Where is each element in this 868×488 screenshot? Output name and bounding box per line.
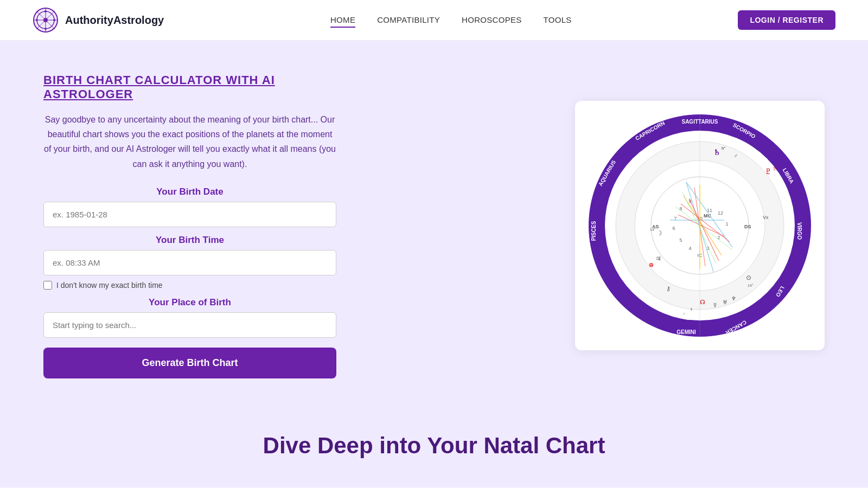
svg-text:☽: ☽ (656, 229, 662, 237)
svg-text:♇: ♇ (765, 167, 772, 176)
svg-text:☿: ☿ (713, 302, 717, 308)
logo[interactable]: AuthorityAstrology (33, 7, 164, 33)
hero-section: BIRTH CHART CALCULATOR WITH AI ASTROLOGE… (0, 41, 868, 411)
hero-form-area: BIRTH CHART CALCULATOR WITH AI ASTROLOGE… (43, 73, 336, 378)
svg-text:6: 6 (672, 226, 675, 231)
bottom-title: Dive Deep into Your Natal Chart (43, 433, 825, 459)
logo-icon (33, 7, 59, 33)
svg-text:♄: ♄ (713, 148, 720, 157)
birth-place-label: Your Place of Birth (43, 297, 336, 308)
svg-text:♀: ♀ (689, 306, 693, 312)
svg-text:ℬ: ℬ (773, 166, 776, 171)
nav-link-horoscopes[interactable]: HOROSCOPES (462, 15, 522, 28)
nav-link-home[interactable]: HOME (330, 15, 355, 28)
svg-text:5: 5 (679, 237, 682, 243)
birth-date-input[interactable] (43, 202, 336, 227)
svg-text:GEMINI: GEMINI (676, 329, 696, 335)
svg-text:1: 1 (725, 221, 728, 227)
svg-point-6 (43, 18, 48, 22)
svg-text:DS: DS (744, 224, 751, 229)
generate-birth-chart-button[interactable]: Generate Birth Chart (43, 348, 336, 378)
nav-link-compatibility[interactable]: COMPATIBILITY (377, 15, 440, 28)
bottom-section: Dive Deep into Your Natal Chart (0, 411, 868, 487)
hero-title: BIRTH CHART CALCULATOR WITH AI ASTROLOGE… (43, 73, 336, 101)
nav-links: HOME COMPATIBILITY HOROSCOPES TOOLS (330, 15, 572, 25)
unknown-time-label: I don't know my exact birth time (56, 281, 163, 290)
nav-item-tools[interactable]: TOOLS (544, 15, 572, 25)
svg-text:12: 12 (718, 210, 723, 216)
birth-date-label: Your Birth Date (43, 187, 336, 197)
svg-text:♂: ♂ (733, 152, 738, 159)
svg-point-7 (44, 10, 47, 12)
birth-chart-display: SAGITTARIUS SCORPIO LIBRA VIRGO LEO CANC… (575, 101, 825, 350)
svg-text:VIRGO: VIRGO (796, 222, 802, 240)
svg-text:⊙: ⊙ (746, 274, 751, 281)
login-register-button[interactable]: LOGIN / REGISTER (738, 10, 835, 30)
svg-text:14°: 14° (748, 284, 754, 287)
svg-text:♈: ♈ (649, 262, 654, 267)
svg-point-10 (53, 19, 55, 21)
svg-text:♂: ♂ (682, 312, 685, 316)
birth-chart-svg: SAGITTARIUS SCORPIO LIBRA VIRGO LEO CANC… (586, 112, 814, 339)
svg-text:4: 4 (688, 246, 691, 251)
svg-text:14°: 14° (650, 228, 656, 232)
nav-item-compatibility[interactable]: COMPATIBILITY (377, 15, 440, 25)
svg-point-9 (36, 19, 38, 21)
nav-link-tools[interactable]: TOOLS (544, 15, 572, 28)
svg-text:♃: ♃ (655, 255, 661, 262)
svg-text:☊: ☊ (700, 299, 705, 305)
svg-text:♅: ♅ (723, 299, 727, 305)
svg-text:Vx: Vx (763, 215, 769, 220)
unknown-time-checkbox[interactable] (43, 281, 52, 290)
nav-item-horoscopes[interactable]: HOROSCOPES (462, 15, 522, 25)
birth-time-label: Your Birth Time (43, 235, 336, 246)
hero-description: Say goodbye to any uncertainty about the… (43, 112, 336, 171)
svg-text:⚷: ⚷ (666, 285, 671, 292)
svg-text:♆: ♆ (731, 296, 736, 301)
logo-text: AuthorityAstrology (65, 14, 164, 27)
unknown-time-row: I don't know my exact birth time (43, 281, 336, 290)
nav-item-home[interactable]: HOME (330, 15, 355, 25)
svg-point-8 (44, 28, 47, 30)
navbar: AuthorityAstrology HOME COMPATIBILITY HO… (0, 0, 868, 41)
birth-time-input[interactable] (43, 250, 336, 275)
birth-place-input[interactable] (43, 312, 336, 338)
svg-text:PISCES: PISCES (591, 221, 597, 241)
svg-text:h": h" (722, 146, 725, 151)
